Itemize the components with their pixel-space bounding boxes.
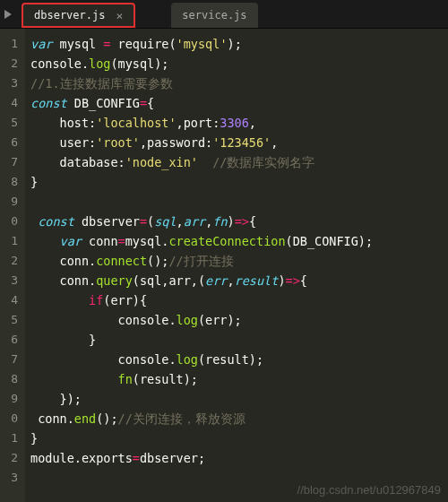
tab-label: dbserver.js <box>34 9 105 22</box>
tab-service[interactable]: service.js <box>171 3 257 28</box>
editor-window: dbserver.js × service.js 1 2 3 4 5 6 7 8… <box>0 0 448 502</box>
close-icon[interactable]: × <box>116 9 123 22</box>
code-content[interactable]: var mysql = require('mysql'); console.lo… <box>25 29 448 502</box>
tab-label: service.js <box>182 9 246 22</box>
tab-dbserver[interactable]: dbserver.js × <box>22 3 135 28</box>
run-icon[interactable] <box>4 7 16 20</box>
tab-bar: dbserver.js × service.js <box>0 0 448 29</box>
code-area: 1 2 3 4 5 6 7 8 9 0 1 2 3 4 5 6 7 8 9 0 … <box>0 29 448 502</box>
line-gutter: 1 2 3 4 5 6 7 8 9 0 1 2 3 4 5 6 7 8 9 0 … <box>0 29 25 502</box>
watermark: //blog.csdn.net/u012967849 <box>297 483 441 497</box>
